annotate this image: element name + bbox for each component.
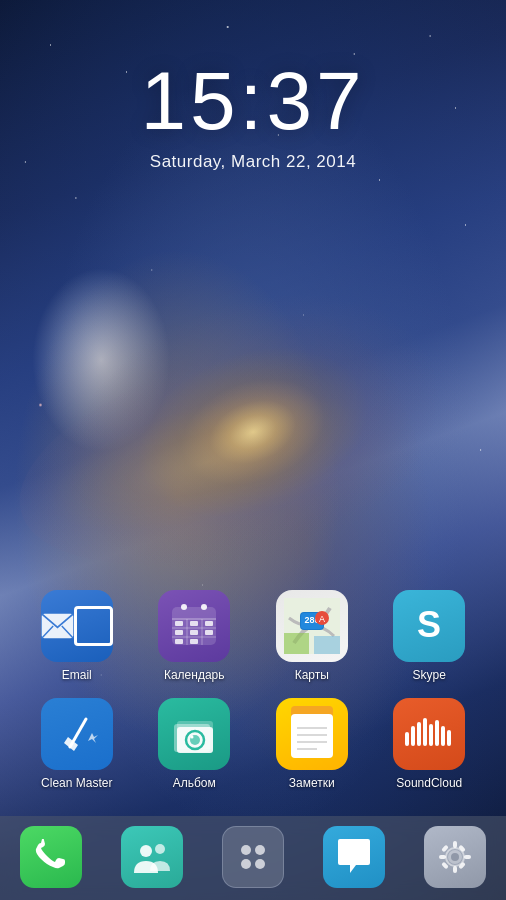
svg-rect-12: [175, 630, 183, 635]
app-row-2: Clean Master: [0, 698, 506, 790]
dock-phone[interactable]: [20, 826, 82, 888]
maps-label: Карты: [295, 668, 329, 682]
svg-point-57: [451, 853, 459, 861]
skype-icon: S: [393, 590, 465, 662]
dock-multitask[interactable]: [222, 826, 284, 888]
svg-rect-59: [453, 866, 457, 873]
calendar-label: Календарь: [164, 668, 225, 682]
settings-dock-icon: [424, 826, 486, 888]
clock-area: 15:37 Saturday, March 22, 2014: [0, 0, 506, 172]
album-icon: [158, 698, 230, 770]
svg-rect-10: [190, 621, 198, 626]
svg-point-35: [191, 736, 194, 739]
svg-rect-47: [435, 720, 439, 746]
svg-point-50: [140, 845, 152, 857]
app-cleanmaster[interactable]: Clean Master: [27, 698, 127, 790]
svg-text:S: S: [417, 604, 441, 645]
cleanmaster-label: Clean Master: [41, 776, 112, 790]
svg-point-17: [181, 604, 187, 610]
svg-rect-20: [284, 633, 309, 654]
notes-icon: [276, 698, 348, 770]
app-calendar[interactable]: Календарь: [144, 590, 244, 682]
app-maps[interactable]: 280 A Карты: [262, 590, 362, 682]
svg-rect-44: [417, 722, 421, 746]
app-notes[interactable]: Заметки: [262, 698, 362, 790]
messages-dock-icon: [323, 826, 385, 888]
home-screen: 15:37 Saturday, March 22, 2014: [0, 0, 506, 900]
dock-messages[interactable]: [323, 826, 385, 888]
app-row-1: Email: [0, 590, 506, 682]
svg-rect-43: [411, 726, 415, 746]
svg-text:A: A: [319, 614, 325, 624]
svg-rect-9: [175, 621, 183, 626]
contacts-dock-icon: [121, 826, 183, 888]
svg-rect-37: [291, 714, 333, 758]
content-layer: 15:37 Saturday, March 22, 2014: [0, 0, 506, 900]
svg-rect-58: [453, 841, 457, 848]
app-soundcloud[interactable]: SoundCloud: [379, 698, 479, 790]
svg-point-55: [255, 859, 265, 869]
clock-time: 15:37: [0, 60, 506, 142]
dock-settings[interactable]: [424, 826, 486, 888]
phone-dock-icon: [20, 826, 82, 888]
email-label: Email: [62, 668, 92, 682]
svg-rect-16: [190, 639, 198, 644]
svg-rect-11: [205, 621, 213, 626]
svg-rect-46: [429, 724, 433, 746]
soundcloud-label: SoundCloud: [396, 776, 462, 790]
notes-label: Заметки: [289, 776, 335, 790]
app-skype[interactable]: S Skype: [379, 590, 479, 682]
dock-contacts[interactable]: [121, 826, 183, 888]
svg-point-51: [155, 844, 165, 854]
svg-rect-14: [205, 630, 213, 635]
maps-icon: 280 A: [276, 590, 348, 662]
svg-point-54: [241, 859, 251, 869]
app-album[interactable]: Альбом: [144, 698, 244, 790]
svg-marker-29: [88, 733, 98, 743]
svg-rect-21: [314, 636, 340, 654]
svg-rect-60: [439, 855, 446, 859]
svg-rect-13: [190, 630, 198, 635]
app-email[interactable]: Email: [27, 590, 127, 682]
multitask-dock-icon: [222, 826, 284, 888]
skype-label: Skype: [413, 668, 446, 682]
svg-rect-49: [447, 730, 451, 746]
email-icon: [41, 590, 113, 662]
svg-rect-45: [423, 718, 427, 746]
svg-rect-48: [441, 726, 445, 746]
apps-area: Email: [0, 172, 506, 816]
svg-point-18: [201, 604, 207, 610]
calendar-icon: [158, 590, 230, 662]
svg-point-53: [255, 845, 265, 855]
svg-rect-15: [175, 639, 183, 644]
svg-rect-42: [405, 732, 409, 746]
dock: [0, 816, 506, 900]
svg-rect-61: [464, 855, 471, 859]
cleanmaster-icon: [41, 698, 113, 770]
soundcloud-icon: [393, 698, 465, 770]
clock-date: Saturday, March 22, 2014: [0, 152, 506, 172]
album-label: Альбом: [173, 776, 216, 790]
svg-point-52: [241, 845, 251, 855]
